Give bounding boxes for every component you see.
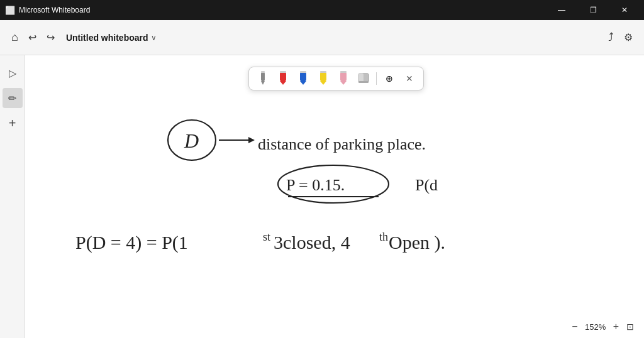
toolbar-right: ⤴ ⚙ [604,28,636,46]
svg-text:Open ).: Open ). [389,232,445,253]
svg-marker-4 [280,81,286,85]
titlebar: ⬜ Microsoft Whiteboard — ❐ ✕ [0,0,644,20]
svg-rect-11 [320,71,326,73]
redo-button[interactable]: ↪ [43,29,58,46]
svg-rect-5 [280,71,286,73]
color-settings-button[interactable]: ⊕ [380,70,398,87]
add-button[interactable]: + [3,113,23,133]
svg-marker-21 [248,137,255,143]
toolbar-left: ⌂ ↩ ↪ Untitled whiteboard ∨ [8,28,599,46]
svg-rect-17 [358,81,369,83]
sidebar: ▷ ✏ + [0,55,25,338]
svg-rect-14 [340,71,347,73]
pencil-tool[interactable] [254,70,272,87]
app-title: Microsoft Whiteboard [19,6,90,14]
eraser-tool[interactable] [355,70,372,87]
svg-marker-7 [300,81,306,85]
app-icon: ⬜ [5,6,15,15]
toolbar: ⌂ ↩ ↪ Untitled whiteboard ∨ ⤴ ⚙ [0,20,644,55]
svg-text:P(D = 4) = P(1: P(D = 4) = P(1 [75,232,188,253]
svg-rect-0 [261,72,265,81]
whiteboard-title-area[interactable]: Untitled whiteboard ∨ [66,33,157,43]
svg-text:th: th [379,231,388,243]
home-button[interactable]: ⌂ [8,28,22,46]
color-toolbar-close-button[interactable]: ✕ [401,70,418,87]
canvas-area[interactable]: ⊕ ✕ D distance of parking place. P = 0.1… [25,55,644,338]
red-color-tool[interactable] [274,70,292,87]
svg-marker-1 [261,81,265,85]
settings-button[interactable]: ⚙ [620,29,636,46]
pink-color-tool[interactable] [335,70,352,87]
svg-rect-9 [320,72,326,81]
titlebar-controls: — ❐ ✕ [547,0,639,20]
fit-button[interactable]: ⊡ [624,319,636,334]
blue-color-tool[interactable] [294,70,312,87]
svg-text:st: st [263,231,270,243]
zoom-out-button[interactable]: − [569,319,580,335]
svg-text:P(d: P(d [415,176,438,194]
svg-text:D: D [184,129,199,152]
svg-rect-3 [280,72,286,81]
whiteboard-content: D distance of parking place. P = 0.15. P… [25,55,644,338]
svg-rect-2 [261,71,265,73]
chevron-down-icon: ∨ [151,33,157,42]
svg-marker-10 [320,81,326,85]
share-button[interactable]: ⤴ [604,28,618,46]
svg-text:distance of parking place.: distance of parking place. [258,135,426,153]
bottombar: − 152% + ⊡ [518,315,644,338]
undo-button[interactable]: ↩ [25,29,40,46]
svg-marker-13 [340,81,347,85]
minimize-button[interactable]: — [547,0,576,20]
color-toolbar: ⊕ ✕ [248,67,424,90]
svg-text:3closed, 4: 3closed, 4 [274,232,350,253]
svg-rect-6 [300,72,306,81]
svg-text:P = 0.15.: P = 0.15. [286,176,345,194]
select-tool-button[interactable]: ▷ [3,63,23,83]
zoom-level: 152% [583,322,608,332]
svg-rect-16 [358,74,364,82]
separator [376,72,377,85]
titlebar-left: ⬜ Microsoft Whiteboard [5,6,90,15]
svg-rect-8 [300,71,306,73]
close-button[interactable]: ✕ [610,0,639,20]
pen-tool-button[interactable]: ✏ [3,88,23,108]
yellow-color-tool[interactable] [314,70,332,87]
zoom-in-button[interactable]: + [611,319,621,335]
svg-rect-12 [340,72,347,81]
maximize-button[interactable]: ❐ [579,0,608,20]
whiteboard-title: Untitled whiteboard [66,33,148,43]
